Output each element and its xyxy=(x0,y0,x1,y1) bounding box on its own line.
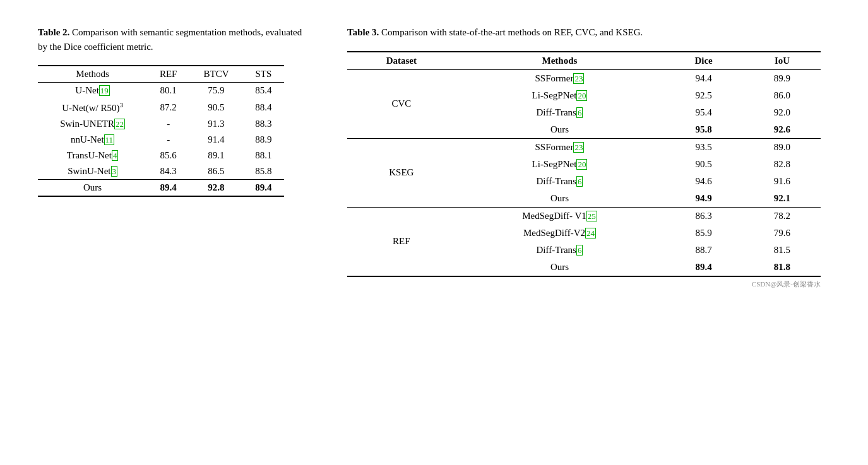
table3: Dataset Methods Dice IoU CVC SSFormer23 … xyxy=(347,51,821,277)
btcv-cell: 91.3 xyxy=(189,116,243,132)
method-cell: Diff-Trans6 xyxy=(456,173,664,190)
ref-cell: 85.6 xyxy=(147,148,189,163)
table3-header-dice: Dice xyxy=(663,52,744,70)
dice-cell: 95.4 xyxy=(663,104,744,121)
method-cell: nnU-Net11 xyxy=(38,132,147,148)
ours-ref-cell: 89.4 xyxy=(147,180,189,197)
ours-iou: 92.6 xyxy=(744,121,821,139)
method-cell: U-Net19 xyxy=(38,83,147,99)
ours-sts-cell: 89.4 xyxy=(243,180,284,197)
ours-method-cell: Ours xyxy=(38,180,147,197)
dice-cell: 88.7 xyxy=(663,242,744,259)
iou-cell: 81.5 xyxy=(744,242,821,259)
ref-bracket: 25 xyxy=(586,211,597,221)
btcv-cell: 86.5 xyxy=(189,163,243,180)
ref-cell: 87.2 xyxy=(147,98,189,116)
table-row: U-Net19 80.1 75.9 85.4 xyxy=(38,83,284,99)
sts-cell: 88.3 xyxy=(243,116,284,132)
ours-method: Ours xyxy=(456,190,664,208)
table2-header-ref: REF xyxy=(147,66,189,83)
ours-dice: 89.4 xyxy=(663,259,744,276)
ref-bracket: 6 xyxy=(576,107,583,118)
iou-cell: 91.6 xyxy=(744,173,821,190)
ours-dice: 94.9 xyxy=(663,190,744,208)
dice-cell: 94.6 xyxy=(663,173,744,190)
table-row: REF MedSegDiff- V125 86.3 78.2 xyxy=(347,207,821,225)
table2-header-sts: STS xyxy=(243,66,284,83)
method-cell: MedSegDiff-V224 xyxy=(456,225,664,242)
method-cell: SSFormer23 xyxy=(456,138,664,156)
ref-bracket: 22 xyxy=(114,119,125,129)
dice-cell: 86.3 xyxy=(663,207,744,225)
watermark: CSDN@风景-创梁香水 xyxy=(347,280,821,289)
method-cell: Swin-UNETR22 xyxy=(38,116,147,132)
dice-cell: 85.9 xyxy=(663,225,744,242)
ref-bracket: 24 xyxy=(585,228,596,238)
table2-caption-text: Comparison with semantic segmentation me… xyxy=(38,27,302,52)
table2-header-methods: Methods xyxy=(38,66,147,83)
table3-caption-label: Table 3. xyxy=(347,27,379,37)
method-cell: MedSegDiff- V125 xyxy=(456,207,664,225)
table2-caption: Table 2. Comparison with semantic segmen… xyxy=(38,25,309,54)
ref-bracket: 20 xyxy=(576,90,587,101)
btcv-cell: 75.9 xyxy=(189,83,243,99)
iou-cell: 79.6 xyxy=(744,225,821,242)
ref-bracket: 6 xyxy=(576,176,583,187)
dataset-kseg: KSEG xyxy=(347,138,456,207)
ref-bracket: 11 xyxy=(104,134,115,145)
method-cell: SSFormer23 xyxy=(456,69,664,87)
btcv-cell: 89.1 xyxy=(189,148,243,163)
table-row: TransU-Net4 85.6 89.1 88.1 xyxy=(38,148,284,163)
ref-cell: - xyxy=(147,116,189,132)
table3-caption-text: Comparison with state-of-the-art methods… xyxy=(379,27,643,37)
iou-cell: 86.0 xyxy=(744,87,821,104)
ref-bracket: 3 xyxy=(111,166,118,177)
ref-cell: - xyxy=(147,132,189,148)
ours-btcv-cell: 92.8 xyxy=(189,180,243,197)
sts-cell: 88.9 xyxy=(243,132,284,148)
table-row: nnU-Net11 - 91.4 88.9 xyxy=(38,132,284,148)
dataset-cvc: CVC xyxy=(347,69,456,138)
table2-caption-label: Table 2. xyxy=(38,27,69,37)
right-section: Table 3. Comparison with state-of-the-ar… xyxy=(347,25,821,289)
ref-cell: 80.1 xyxy=(147,83,189,99)
ref-bracket: 20 xyxy=(576,159,587,170)
ours-dice: 95.8 xyxy=(663,121,744,139)
dice-cell: 90.5 xyxy=(663,156,744,173)
iou-cell: 78.2 xyxy=(744,207,821,225)
ref-bracket: 4 xyxy=(112,150,119,161)
sts-cell: 88.4 xyxy=(243,98,284,116)
table3-header-methods: Methods xyxy=(456,52,664,70)
method-cell: Diff-Trans6 xyxy=(456,104,664,121)
table-row: KSEG SSFormer23 93.5 89.0 xyxy=(347,138,821,156)
table3-header-dataset: Dataset xyxy=(347,52,456,70)
left-section: Table 2. Comparison with semantic segmen… xyxy=(38,25,309,197)
table3-caption: Table 3. Comparison with state-of-the-ar… xyxy=(347,25,783,40)
table2-header-btcv: BTCV xyxy=(189,66,243,83)
method-cell: SwinU-Net3 xyxy=(38,163,147,180)
iou-cell: 92.0 xyxy=(744,104,821,121)
ours-method: Ours xyxy=(456,259,664,276)
ref-cell: 84.3 xyxy=(147,163,189,180)
ours-iou: 81.8 xyxy=(744,259,821,276)
method-cell: TransU-Net4 xyxy=(38,148,147,163)
table-row: SwinU-Net3 84.3 86.5 85.8 xyxy=(38,163,284,180)
method-cell: Li-SegPNet20 xyxy=(456,87,664,104)
ref-bracket: 6 xyxy=(576,245,583,256)
ref-bracket: 23 xyxy=(573,73,584,84)
method-cell: Diff-Trans6 xyxy=(456,242,664,259)
ref-bracket: 19 xyxy=(99,85,110,96)
ours-method: Ours xyxy=(456,121,664,139)
btcv-cell: 90.5 xyxy=(189,98,243,116)
dataset-ref: REF xyxy=(347,207,456,276)
iou-cell: 89.0 xyxy=(744,138,821,156)
table-row: Swin-UNETR22 - 91.3 88.3 xyxy=(38,116,284,132)
iou-cell: 89.9 xyxy=(744,69,821,87)
sts-cell: 85.4 xyxy=(243,83,284,99)
dice-cell: 93.5 xyxy=(663,138,744,156)
table-row: CVC SSFormer23 94.4 89.9 xyxy=(347,69,821,87)
sts-cell: 88.1 xyxy=(243,148,284,163)
ours-iou: 92.1 xyxy=(744,190,821,208)
ref-bracket: 23 xyxy=(573,142,584,153)
ours-row: Ours 89.4 92.8 89.4 xyxy=(38,180,284,197)
